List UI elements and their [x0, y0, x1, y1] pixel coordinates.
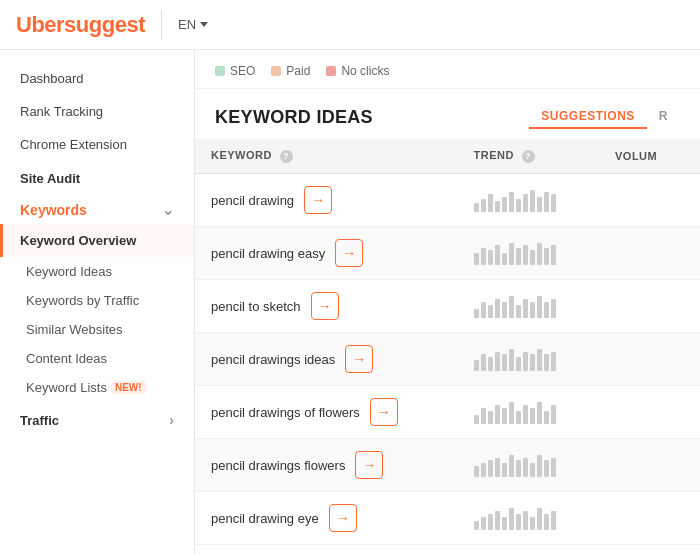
sidebar-item-keyword-ideas[interactable]: Keyword Ideas [0, 257, 194, 286]
trend-help-icon[interactable]: ? [522, 150, 535, 163]
keyword-text: pencil drawing easy [211, 246, 325, 261]
trend-bar [544, 514, 549, 530]
trend-bar [495, 299, 500, 318]
trend-bar [530, 354, 535, 371]
trend-bar [495, 201, 500, 212]
keyword-text: pencil drawings of flowers [211, 405, 360, 420]
sidebar-item-keyword-overview[interactable]: Keyword Overview [0, 224, 194, 257]
trend-bar [523, 511, 528, 530]
chevron-down-icon [200, 22, 208, 27]
trend-bar [509, 455, 514, 477]
paid-dot [271, 66, 281, 76]
table-row: pencil drawings flowers→ [195, 439, 700, 492]
table-row: pencil to sketch→ [195, 280, 700, 333]
sidebar-item-dashboard[interactable]: Dashboard [0, 62, 194, 95]
sidebar-item-keywords-by-traffic[interactable]: Keywords by Traffic [0, 286, 194, 315]
sidebar-item-chrome-extension[interactable]: Chrome Extension [0, 128, 194, 161]
trend-cell [458, 492, 599, 545]
trend-bar [495, 405, 500, 424]
trend-bar [523, 245, 528, 265]
keyword-arrow-button[interactable]: → [311, 292, 339, 320]
keyword-table-container: KEYWORD ? TREND ? VOLUM pencil drawing→p… [195, 139, 700, 554]
keyword-text: pencil drawing eye [211, 511, 319, 526]
trend-bar [523, 299, 528, 318]
trend-bar [516, 199, 521, 212]
keyword-arrow-button[interactable]: → [304, 186, 332, 214]
trend-bar [537, 197, 542, 212]
tab-related[interactable]: R [647, 105, 680, 129]
paid-label: Paid [286, 64, 310, 78]
sidebar-section-keywords[interactable]: Keywords ⌄ [0, 192, 194, 224]
trend-bar [537, 296, 542, 318]
sidebar-item-content-ideas[interactable]: Content Ideas [0, 344, 194, 373]
trend-bar [481, 463, 486, 477]
keyword-cell: pencil drawings ideas→ [195, 333, 458, 386]
trend-bar [502, 408, 507, 424]
seo-dot [215, 66, 225, 76]
tabs-row: SUGGESTIONS R [529, 105, 680, 129]
trend-bar [530, 250, 535, 265]
col-header-keyword: KEYWORD ? [195, 139, 458, 174]
trend-bar [488, 411, 493, 424]
keyword-arrow-button[interactable]: → [329, 504, 357, 532]
trend-bar [474, 309, 479, 318]
sidebar-item-rank-tracking[interactable]: Rank Tracking [0, 95, 194, 128]
keyword-arrow-button[interactable]: → [335, 239, 363, 267]
trend-bar [474, 360, 479, 371]
sidebar-item-keyword-lists[interactable]: Keyword Lists NEW! [0, 373, 194, 402]
trend-bar [495, 245, 500, 265]
trend-bar [551, 194, 556, 212]
trend-bar [509, 508, 514, 530]
col-header-volume: VOLUM [599, 139, 700, 174]
trend-bar [544, 192, 549, 212]
trend-bar [495, 458, 500, 477]
sidebar-section-traffic[interactable]: Traffic › [0, 402, 194, 434]
table-row: pencil drawing eye→ [195, 492, 700, 545]
sidebar-section-site-audit[interactable]: Site Audit [0, 161, 194, 192]
trend-bars [474, 241, 583, 265]
trend-bar [488, 305, 493, 318]
keyword-section-inner: KEYWORD IDEAS SUGGESTIONS R [215, 105, 680, 129]
trend-cell [458, 439, 599, 492]
new-badge: NEW! [111, 381, 146, 394]
trend-bars [474, 188, 583, 212]
volume-cell [599, 174, 700, 227]
trend-cell [458, 386, 599, 439]
trend-bar [509, 243, 514, 265]
noclick-label: No clicks [341, 64, 389, 78]
trend-bar [544, 302, 549, 318]
lang-selector[interactable]: EN [178, 17, 208, 32]
trend-bar [530, 190, 535, 212]
trend-bars [474, 506, 583, 530]
chevron-right-icon: › [169, 412, 174, 428]
trend-bar [530, 463, 535, 477]
trend-bar [551, 405, 556, 424]
trend-bar [551, 511, 556, 530]
trend-bar [481, 408, 486, 424]
trend-bars [474, 294, 583, 318]
trend-bars [474, 453, 583, 477]
keyword-arrow-button[interactable]: → [355, 451, 383, 479]
trend-bar [488, 250, 493, 265]
trend-bar [530, 517, 535, 530]
trend-bar [537, 402, 542, 424]
tab-suggestions[interactable]: SUGGESTIONS [529, 105, 647, 129]
trend-bar [516, 248, 521, 265]
keyword-arrow-button[interactable]: → [370, 398, 398, 426]
keyword-text: pencil drawings ideas [211, 352, 335, 367]
trend-bar [474, 253, 479, 265]
volume-cell [599, 492, 700, 545]
trend-bar [502, 197, 507, 212]
trend-bar [516, 411, 521, 424]
sidebar-item-similar-websites[interactable]: Similar Websites [0, 315, 194, 344]
trend-cell [458, 227, 599, 280]
keyword-section-header: KEYWORD IDEAS SUGGESTIONS R [195, 89, 700, 139]
legend-row: SEO Paid No clicks [195, 50, 700, 89]
trend-bar [481, 302, 486, 318]
keyword-arrow-button[interactable]: → [345, 345, 373, 373]
keyword-help-icon[interactable]: ? [280, 150, 293, 163]
trend-bar [474, 521, 479, 530]
trend-bar [523, 352, 528, 371]
noclick-dot [326, 66, 336, 76]
trend-bar [516, 514, 521, 530]
